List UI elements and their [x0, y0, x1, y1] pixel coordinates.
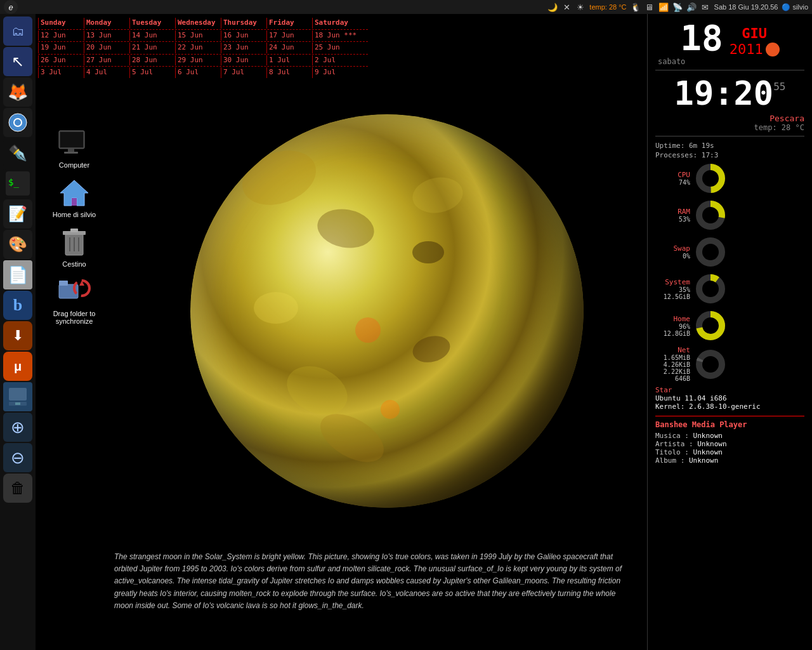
star-block: Star Ubuntu 11.04 i686 Kernel: 2.6.38-10… [655, 386, 804, 411]
desktop-icons: Computer Home di silvio Cestino [46, 127, 103, 325]
sidebar-item-firefox[interactable]: 🦊 [3, 77, 32, 107]
date-month: GIU [730, 25, 780, 41]
banshee-album-key: Album : [655, 456, 689, 465]
home-chart-label: Home [655, 315, 690, 323]
close-icon[interactable]: ✕ [561, 2, 572, 12]
cal-row-1: 12 Jun 13 Jun 14 Jun 15 Jun 16 Jun 17 Ju… [38, 30, 368, 41]
temp-line: temp: 28 °C [655, 123, 804, 132]
location: Pescara [655, 114, 804, 123]
date-day: 18 [680, 20, 723, 56]
sidebar-item-filemanager[interactable]: 🗂 [3, 17, 32, 46]
sidebar-item-utorrent[interactable]: μ [3, 352, 32, 381]
banshee-artista-val: Unknown [697, 440, 726, 448]
star-label: Star [655, 386, 672, 394]
divider2 [655, 136, 804, 136]
home-label: Home di silvio [53, 211, 96, 218]
system-label: System [655, 278, 690, 286]
time-sec: 55 [773, 81, 785, 93]
svg-point-34 [699, 314, 722, 337]
sidebar-item-zoom-out[interactable]: ⊖ [3, 443, 32, 472]
time-block: 19:2055 [655, 74, 804, 112]
banshee-titolo: Titolo : Unknown [655, 448, 804, 456]
volume-icon[interactable]: 🔊 [686, 2, 697, 12]
email-icon[interactable]: ✉ [700, 2, 710, 12]
sync-svg [58, 275, 91, 308]
sidebar-item-downloader[interactable]: ⬇ [3, 321, 32, 350]
bluetooth-icon[interactable]: 📶 [658, 2, 669, 12]
time-hm: 19:20 [674, 74, 774, 112]
cpu-donut [694, 162, 727, 195]
svg-point-36 [699, 353, 722, 376]
cpu-label: CPU [655, 171, 690, 179]
swap-chart-row: Swap 0% [655, 235, 804, 269]
sidebar: 🗂 ↖ 🦊 ✒️ $_ 📝 🎨 📄 b ⬇ μ [0, 14, 36, 650]
home-icon [58, 176, 91, 209]
wifi-icon[interactable]: 📡 [672, 2, 683, 12]
banshee-titolo-val: Unknown [693, 448, 723, 456]
home-chart-val: 96% 12.8GiB [655, 323, 690, 337]
sidebar-item-cursor[interactable]: ↖ [3, 47, 32, 76]
chromium-icon [6, 111, 29, 134]
net-label-block: Net 1.65MiB 4.26KiB 2.22KiB 646B [655, 346, 690, 382]
sidebar-item-screenshot[interactable] [3, 382, 32, 411]
home-chart-row: Home 96% 12.8GiB [655, 309, 804, 342]
ram-chart-row: RAM 53% [655, 199, 804, 232]
svg-rect-14 [72, 198, 77, 206]
sidebar-item-notes[interactable]: 📝 [3, 199, 32, 229]
topbar: e 🌙 ✕ ☀ temp: 28 °C 🐧 🖥 📶 📡 🔊 ✉ Sab 18 G… [0, 0, 812, 14]
display-icon[interactable]: 🖥 [645, 2, 655, 12]
svg-rect-11 [68, 149, 74, 152]
planet-caption: The strangest moon in the Solar_System i… [114, 551, 634, 612]
cal-row-2: 19 Jun 20 Jun 21 Jun 22 Jun 23 Jun 24 Ju… [38, 43, 368, 53]
cpu-chart-row: CPU 74% [655, 162, 804, 195]
sidebar-item-chromium[interactable] [3, 108, 32, 137]
system-donut [694, 272, 727, 305]
weather-icon[interactable]: ☀ [575, 2, 586, 12]
e-logo[interactable]: e [4, 0, 18, 14]
cal-header-wed: Wednesday [175, 18, 221, 29]
svg-point-32 [699, 277, 722, 300]
net-label: Net [655, 346, 690, 354]
banshee-album-val: Unknown [689, 456, 718, 465]
desktop-icon-computer[interactable]: Computer [46, 127, 103, 169]
home-donut [694, 309, 727, 342]
swap-val: 0% [655, 253, 690, 260]
sidebar-item-trash[interactable]: 🗑 [3, 474, 32, 503]
system-val: 35% 12.5GiB [655, 286, 690, 300]
svg-point-26 [699, 167, 722, 190]
desktop-icon-sync[interactable]: Drag folder to synchronize [46, 275, 103, 325]
ram-val: 53% [655, 216, 690, 223]
computer-label: Computer [59, 161, 89, 169]
sync-label: Drag folder to synchronize [46, 310, 103, 325]
swap-donut-svg [694, 235, 727, 269]
sidebar-item-beatbox[interactable]: b [3, 291, 32, 320]
svg-rect-8 [15, 402, 20, 405]
sidebar-item-zoom-in[interactable]: ⊕ [3, 413, 32, 442]
computer-svg [58, 129, 91, 157]
cpu-label-block: CPU 74% [655, 171, 690, 186]
home-donut-svg [694, 309, 727, 342]
swap-donut [694, 235, 727, 269]
cal-row-3: 26 Jun 27 Jun 28 Jun 29 Jun 30 Jun 1 Jul… [38, 55, 368, 66]
banshee-artista-key: Artista : [655, 440, 697, 448]
desktop-icon-trash[interactable]: Cestino [46, 226, 103, 268]
desktop-icon-home[interactable]: Home di silvio [46, 176, 103, 218]
ubuntu-icon[interactable]: 🐧 [631, 2, 641, 12]
ram-donut [694, 199, 727, 232]
svg-rect-10 [60, 132, 83, 147]
sync-icon [58, 275, 91, 308]
banshee-artista: Artista : Unknown [655, 440, 804, 448]
sidebar-item-krita[interactable]: 🎨 [3, 230, 32, 259]
svg-text:$_: $_ [8, 177, 19, 188]
banshee-title: Banshee Media Player [655, 420, 804, 429]
sidebar-item-terminal[interactable]: $_ [3, 169, 32, 198]
sidebar-item-docviewer[interactable]: 📄 [3, 260, 32, 289]
moon-icon[interactable]: 🌙 [547, 2, 558, 12]
star-kernel-line: Kernel: 2.6.38-10-generic [655, 402, 804, 411]
charts: CPU 74% RAM 53% [655, 162, 804, 382]
date-month-year: GIU 2011 [730, 25, 780, 57]
computer-icon [58, 127, 91, 160]
topbar-user: 🔵 silvio [782, 3, 808, 11]
sidebar-item-inkscape[interactable]: ✒️ [3, 138, 32, 168]
topbar-left: e [4, 0, 18, 14]
